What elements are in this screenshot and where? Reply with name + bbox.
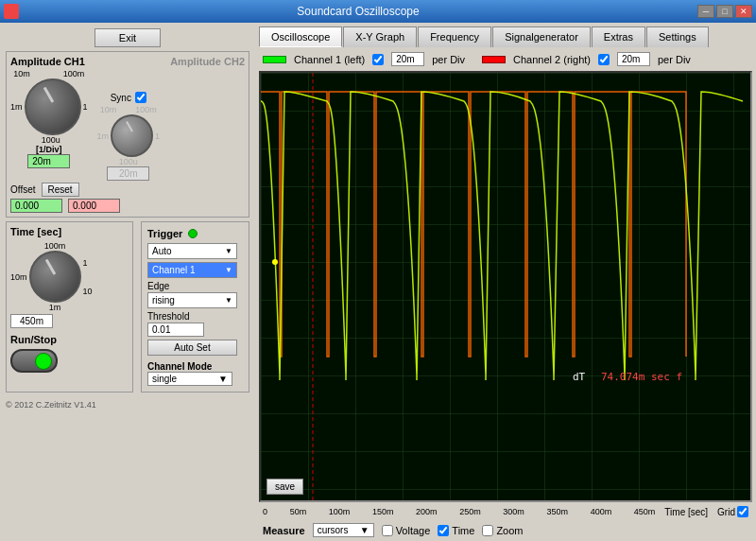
ch2-label-100u: 100u [119,157,138,166]
time-label: Time [sec] [10,226,129,237]
run-stop-label: Run/Stop [10,334,129,345]
ch1-amplitude-knob[interactable] [25,79,81,135]
offset2-input[interactable] [68,199,120,213]
x-axis-title: Time [sec] [664,507,708,517]
ch2-label-10m: 10m [100,105,117,114]
rising-dropdown-arrow: ▼ [225,296,232,305]
tab-oscilloscope[interactable]: Oscilloscope [259,26,342,47]
svg-text:74.074m sec f: 74.074m sec f [601,371,682,383]
channel-mode-arrow: ▼ [218,374,228,384]
knobs-row: 10m 100m 1m 1 100u [1/Div] 20m Sync [10,69,245,181]
auto-mode-label: Auto [152,246,172,256]
time-checkbox[interactable] [438,525,449,536]
channel-mode-select[interactable]: single ▼ [147,372,232,386]
x-tick-100m: 100m [329,507,351,516]
ch1-per-div-input[interactable] [391,52,424,66]
tabs-row: Oscilloscope X-Y Graph Frequency Signalg… [259,26,752,47]
svg-text:dT: dT [573,371,586,383]
edge-label: Edge [147,281,243,291]
minimize-button[interactable]: ─ [697,5,714,18]
x-axis-labels: 0 50m 100m 150m 200m 250m 300m 350m 400m… [263,507,655,516]
time-label-10m: 10m [10,272,27,282]
channel-mode-section: Channel Mode single ▼ [147,361,243,386]
close-button[interactable]: ✕ [735,5,752,18]
time-value-input[interactable] [10,314,53,328]
tab-signalgenerator[interactable]: Signalgenerator [492,26,591,47]
auto-dropdown-arrow: ▼ [225,247,232,255]
grid-toggle: Grid [717,506,748,517]
ch2-checkbox[interactable] [598,54,610,65]
voltage-checkbox[interactable] [382,525,393,536]
ch2-per-div-input[interactable] [617,52,650,66]
threshold-input[interactable] [147,323,204,337]
measure-label: Measure [263,525,305,536]
ch2-label-100m: 100m [135,105,157,114]
ch1-value-box[interactable]: 20m [27,154,70,168]
per-div2-label: per Div [658,54,691,65]
ch2-label-1: 1 [155,131,160,141]
tab-frequency[interactable]: Frequency [418,26,491,47]
voltage-measure: Voltage [382,525,431,536]
ch1-checkbox[interactable] [372,54,384,65]
time-section: Time [sec] 10m 100m 1m 1 10 Run/Stop [6,221,133,393]
ch2-row-label: Channel 2 (right) [513,54,591,65]
ch1-knob-label-1m: 1m [10,102,23,112]
bottom-controls: Time [sec] 10m 100m 1m 1 10 Run/Stop [6,221,249,393]
measure-mode-dropdown[interactable]: cursors ▼ [313,523,374,537]
ch1-knob-unit: [1/Div] [36,145,62,154]
reset-button[interactable]: Reset [42,183,79,197]
time-knob[interactable] [29,251,81,303]
grid-label: Grid [717,507,735,517]
run-stop-section: Run/Stop [10,334,129,373]
auto-mode-dropdown[interactable]: Auto ▼ [147,243,237,259]
zoom-measure: Zoom [482,525,523,536]
ch1-knob-label-1: 1 [83,102,88,112]
tab-xy-graph[interactable]: X-Y Graph [343,26,417,47]
offset1-input[interactable] [10,199,62,213]
x-tick-450m: 450m [634,507,656,516]
sync-checkbox[interactable] [135,92,146,103]
trigger-led [188,229,198,238]
maximize-button[interactable]: □ [716,5,733,18]
channel-mode-label: Channel Mode [147,361,243,372]
time-label-1: 1 [83,258,93,268]
copyright: © 2012 C.Zeitnitz V1.41 [6,400,249,410]
ch2-amplitude-knob[interactable] [111,114,153,157]
rising-dropdown[interactable]: rising ▼ [147,292,237,308]
ch2-knob-container: 10m 100m 1m 1 100u 20m [97,105,161,181]
ch2-amplitude-label: Amplitude CH2 [170,56,245,67]
x-tick-350m: 350m [546,507,568,516]
zoom-label: Zoom [496,525,523,536]
time-measure-label: Time [452,525,474,536]
x-tick-150m: 150m [372,507,394,516]
zoom-checkbox[interactable] [482,525,493,536]
ch1-knob-label-10m: 10m [13,69,30,79]
tab-settings[interactable]: Settings [646,26,709,47]
x-tick-400m: 400m [591,507,612,516]
exit-button[interactable]: Exit [94,28,161,47]
scope-svg: dT 74.074m sec f 13.500 Hz [261,73,750,500]
time-label-100m: 100m [44,241,66,251]
trigger-title: Trigger [147,228,182,239]
ch2-value-box[interactable]: 20m [107,166,149,181]
trigger-header: Trigger [147,228,243,239]
ch1-row-label: Channel 1 (left) [294,54,365,65]
main-container: Exit Amplitude CH1 Amplitude CH2 10m 100… [0,23,756,541]
ch2-label-1m: 1m [97,131,110,141]
auto-set-button[interactable]: Auto Set [147,340,237,356]
offset-label: Offset [10,184,36,195]
sync-label: Sync [111,93,131,103]
grid-checkbox[interactable] [737,506,748,517]
ch1-amplitude-label: Amplitude CH1 [10,56,85,67]
run-stop-button[interactable] [10,349,58,373]
amplitude-section: Amplitude CH1 Amplitude CH2 10m 100m 1m … [6,51,249,218]
svg-point-4 [272,259,278,265]
tab-extras[interactable]: Extras [592,26,645,47]
trigger-section: Trigger Auto ▼ Channel 1 ▼ Edge rising ▼… [141,221,249,393]
save-button[interactable]: save [266,479,303,495]
ch1-knob-container: 10m 100m 1m 1 100u [1/Div] 20m [10,69,88,168]
window-buttons: ─ □ ✕ [697,5,752,18]
ch1-indicator [263,56,286,63]
channel1-dropdown[interactable]: Channel 1 ▼ [147,262,237,278]
x-tick-300m: 300m [503,507,524,516]
